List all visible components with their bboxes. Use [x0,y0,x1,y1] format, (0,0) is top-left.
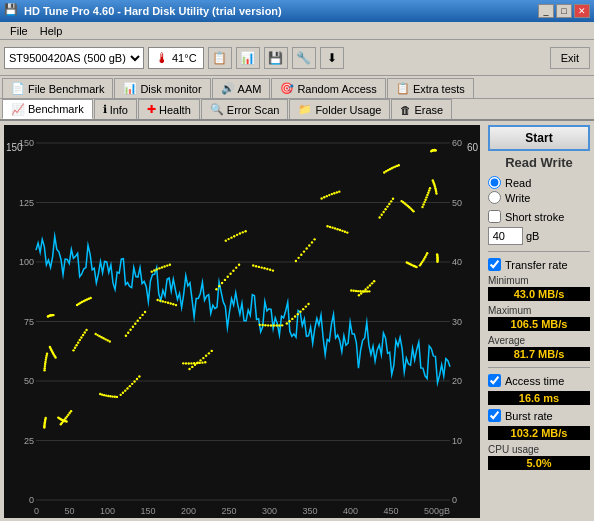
inner-tabs: 📈 Benchmark ℹ Info ✚ Health 🔍 Error Scan… [0,99,594,121]
tab-extra-tests[interactable]: 📋 Extra tests [387,78,474,98]
extra-tests-icon: 📋 [396,82,410,95]
drive-select[interactable]: ST9500420AS (500 gB) [4,47,144,69]
title-bar: 💾 HD Tune Pro 4.60 - Hard Disk Utility (… [0,0,594,22]
short-stroke-row[interactable]: Short stroke [488,210,590,223]
divider-2 [488,367,590,368]
minimum-label: Minimum [488,275,590,286]
tab-disk-monitor[interactable]: 📊 Disk monitor [114,78,210,98]
stroke-unit: gB [526,230,539,242]
close-button[interactable]: ✕ [574,4,590,18]
minimum-value: 43.0 MB/s [488,287,590,301]
access-time-stat: 16.6 ms [488,391,590,405]
window-controls: _ □ ✕ [538,4,590,18]
error-scan-icon: 🔍 [210,103,224,116]
benchmark-icon: 📈 [11,103,25,116]
burst-rate-value: 103.2 MB/s [488,426,590,440]
access-time-checkbox[interactable] [488,374,501,387]
maximum-label: Maximum [488,305,590,316]
menu-file[interactable]: File [4,24,34,38]
short-stroke-checkbox[interactable] [488,210,501,223]
transfer-rate-row[interactable]: Transfer rate [488,258,590,271]
burst-rate-row[interactable]: Burst rate [488,409,590,422]
read-write-label: Read Write [488,155,590,170]
tab-health[interactable]: ✚ Health [138,99,200,119]
burst-rate-stat: 103.2 MB/s [488,426,590,440]
toolbar: ST9500420AS (500 gB) 🌡 41°C 📋 📊 💾 🔧 ⬇ Ex… [0,40,594,76]
radio-write-label: Write [505,192,530,204]
maximize-button[interactable]: □ [556,4,572,18]
menu-bar: File Help [0,22,594,40]
access-time-value: 16.6 ms [488,391,590,405]
window-title: HD Tune Pro 4.60 - Hard Disk Utility (tr… [24,5,538,17]
thermometer-icon: 🌡 [155,50,169,66]
erase-icon: 🗑 [400,104,411,116]
main-content: MB/s ms trial version 0 50 100 150 200 2… [0,121,594,521]
stroke-value-row: gB [488,227,590,245]
toolbar-btn-5[interactable]: ⬇ [320,47,344,69]
access-time-row[interactable]: Access time [488,374,590,387]
info-icon: ℹ [103,103,107,116]
minimum-stat: Minimum 43.0 MB/s [488,275,590,301]
radio-read-label: Read [505,177,531,189]
health-icon: ✚ [147,103,156,116]
access-time-label: Access time [505,375,564,387]
radio-read[interactable]: Read [488,176,590,189]
stroke-value-input[interactable] [488,227,523,245]
transfer-rate-label: Transfer rate [505,259,568,271]
radio-write[interactable]: Write [488,191,590,204]
x-axis: 0 50 100 150 200 250 300 350 400 450 500… [4,506,480,518]
average-label: Average [488,335,590,346]
start-button[interactable]: Start [488,125,590,151]
transfer-rate-checkbox[interactable] [488,258,501,271]
tab-benchmark[interactable]: 📈 Benchmark [2,99,93,119]
cpu-usage-label: CPU usage [488,444,590,455]
maximum-value: 106.5 MB/s [488,317,590,331]
temperature-value: 41°C [172,52,197,64]
minimize-button[interactable]: _ [538,4,554,18]
benchmark-chart [4,125,480,518]
chart-area: MB/s ms trial version 0 50 100 150 200 2… [4,125,480,518]
random-access-icon: 🎯 [280,82,294,95]
app-icon: 💾 [4,3,20,19]
cpu-usage-stat: CPU usage 5.0% [488,444,590,470]
menu-help[interactable]: Help [34,24,69,38]
radio-group: Read Write [488,174,590,206]
radio-read-input[interactable] [488,176,501,189]
toolbar-btn-3[interactable]: 💾 [264,47,288,69]
tab-file-benchmark[interactable]: 📄 File Benchmark [2,78,113,98]
burst-rate-label: Burst rate [505,410,553,422]
tab-random-access[interactable]: 🎯 Random Access [271,78,385,98]
exit-button[interactable]: Exit [550,47,590,69]
maximum-stat: Maximum 106.5 MB/s [488,305,590,331]
toolbar-btn-4[interactable]: 🔧 [292,47,316,69]
tab-erase[interactable]: 🗑 Erase [391,99,452,119]
tab-error-scan[interactable]: 🔍 Error Scan [201,99,289,119]
toolbar-btn-2[interactable]: 📊 [236,47,260,69]
tab-info[interactable]: ℹ Info [94,99,137,119]
average-stat: Average 81.7 MB/s [488,335,590,361]
radio-write-input[interactable] [488,191,501,204]
tab-folder-usage[interactable]: 📁 Folder Usage [289,99,390,119]
toolbar-btn-1[interactable]: 📋 [208,47,232,69]
short-stroke-label: Short stroke [505,211,564,223]
folder-usage-icon: 📁 [298,103,312,116]
disk-monitor-icon: 📊 [123,82,137,95]
temperature-display: 🌡 41°C [148,47,204,69]
aam-icon: 🔊 [221,82,235,95]
tab-aam[interactable]: 🔊 AAM [212,78,271,98]
outer-tabs: 📄 File Benchmark 📊 Disk monitor 🔊 AAM 🎯 … [0,76,594,99]
file-benchmark-icon: 📄 [11,82,25,95]
divider-1 [488,251,590,252]
average-value: 81.7 MB/s [488,347,590,361]
burst-rate-checkbox[interactable] [488,409,501,422]
right-panel: Start Read Write Read Write Short stroke… [484,121,594,521]
cpu-usage-value: 5.0% [488,456,590,470]
